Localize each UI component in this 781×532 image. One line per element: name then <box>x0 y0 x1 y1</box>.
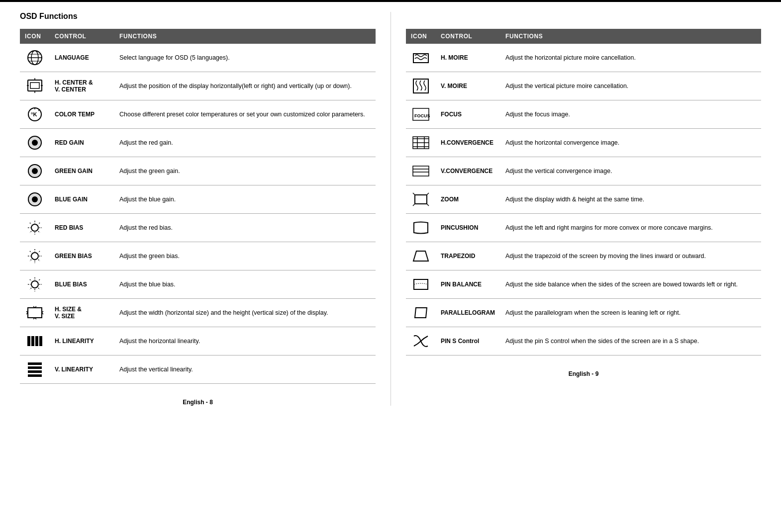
function-cell-pin-balance: Adjust the side balance when the sides o… <box>500 270 761 299</box>
control-cell-green-bias: GREEN BIAS <box>50 242 114 270</box>
icon-cell-pin-balance <box>406 270 436 299</box>
function-cell-red-gain: Adjust the red gain. <box>114 129 376 157</box>
svg-rect-48 <box>28 308 42 318</box>
icon-cell-red-gain <box>20 129 50 157</box>
left-col-control: CONTROL <box>50 29 114 44</box>
svg-line-35 <box>30 251 31 253</box>
icon-cell-green-gain <box>20 157 50 185</box>
left-table: ICON CONTROL FUNCTIONS LANGUAGESelect la… <box>20 29 376 384</box>
svg-marker-83 <box>413 251 428 261</box>
table-row: PINCUSHIONAdjust the left and right marg… <box>406 214 761 242</box>
icon-cell-h-linearity <box>20 327 50 355</box>
control-cell-color-temp: COLOR TEMP <box>50 100 114 129</box>
icon-cell-green-bias <box>20 242 50 270</box>
function-cell-pincushion: Adjust the left and right margins for mo… <box>500 214 761 242</box>
table-row: PIN BALANCEAdjust the side balance when … <box>406 270 761 299</box>
svg-rect-61 <box>28 362 42 365</box>
icon-cell-h-v-center <box>20 72 50 100</box>
icon-cell-h-convergence <box>406 129 436 157</box>
svg-line-44 <box>30 279 31 281</box>
svg-point-21 <box>31 224 38 231</box>
control-cell-red-bias: RED BIAS <box>50 214 114 242</box>
function-cell-v-moire: Adjust the vertical picture moire cancel… <box>500 72 761 100</box>
left-page: OSD Functions ICON CONTROL FUNCTIONS LAN… <box>20 12 390 406</box>
control-cell-parallelogram: PARALLELOGRAM <box>436 299 500 327</box>
table-row: V. MOIREAdjust the vertical picture moir… <box>406 72 761 100</box>
function-cell-h-v-size: Adjust the width (horizontal size) and t… <box>114 299 376 327</box>
svg-rect-6 <box>30 83 39 89</box>
svg-line-81 <box>413 204 415 206</box>
svg-rect-57 <box>27 336 30 346</box>
function-cell-v-convergence: Adjust the vertical convergence image. <box>500 157 761 185</box>
control-cell-language: LANGUAGE <box>50 44 114 72</box>
function-cell-h-moire: Adjust the horizontal picture moire canc… <box>500 44 761 72</box>
svg-line-80 <box>427 193 429 195</box>
table-row: GREEN BIASAdjust the green bias. <box>20 242 376 270</box>
table-row: RED BIASAdjust the red bias. <box>20 214 376 242</box>
right-page: OSD Functions ICON CONTROL FUNCTIONS H. … <box>390 12 761 406</box>
icon-cell-color-temp: °K <box>20 100 50 129</box>
svg-rect-63 <box>28 370 42 373</box>
svg-line-45 <box>38 288 40 289</box>
page-title: OSD Functions <box>20 12 376 21</box>
control-cell-h-v-center: H. CENTER & V. CENTER <box>50 72 114 100</box>
function-cell-trapezoid: Adjust the trapezoid of the screen by mo… <box>500 242 761 270</box>
svg-line-47 <box>30 288 31 289</box>
table-row: PARALLELOGRAMAdjust the parallelogram wh… <box>406 299 761 327</box>
control-cell-v-convergence: V.CONVERGENCE <box>436 157 500 185</box>
control-cell-h-moire: H. MOIRE <box>436 44 500 72</box>
svg-rect-62 <box>28 366 42 369</box>
table-row: TRAPEZOIDAdjust the trapezoid of the scr… <box>406 242 761 270</box>
icon-cell-blue-bias <box>20 270 50 299</box>
right-col-control: CONTROL <box>436 29 500 44</box>
function-cell-h-linearity: Adjust the horizontal linearity. <box>114 327 376 355</box>
function-cell-v-linearity: Adjust the vertical linearity. <box>114 355 376 384</box>
function-cell-pin-s-control: Adjust the pin S control when the sides … <box>500 327 761 355</box>
svg-line-36 <box>38 260 40 261</box>
table-row: LANGUAGESelect language for OSD (5 langu… <box>20 44 376 72</box>
control-cell-green-gain: GREEN GAIN <box>50 157 114 185</box>
right-table: ICON CONTROL FUNCTIONS H. MOIREAdjust th… <box>406 29 761 355</box>
svg-point-20 <box>32 196 38 202</box>
function-cell-focus: Adjust the focus image. <box>500 100 761 129</box>
svg-marker-84 <box>415 308 427 318</box>
svg-line-38 <box>30 260 31 261</box>
function-cell-color-temp: Choose different preset color temperatur… <box>114 100 376 129</box>
svg-point-16 <box>32 140 38 146</box>
control-cell-blue-bias: BLUE BIAS <box>50 270 114 299</box>
icon-cell-red-bias <box>20 214 50 242</box>
left-col-functions: FUNCTIONS <box>114 29 376 44</box>
function-cell-red-bias: Adjust the red bias. <box>114 214 376 242</box>
svg-point-39 <box>31 281 38 288</box>
control-cell-pincushion: PINCUSHION <box>436 214 500 242</box>
function-cell-h-v-center: Adjust the position of the display horiz… <box>114 72 376 100</box>
control-cell-h-convergence: H.CONVERGENCE <box>436 129 500 157</box>
icon-cell-trapezoid <box>406 242 436 270</box>
svg-line-37 <box>38 251 40 253</box>
svg-line-29 <box>30 231 31 233</box>
svg-point-30 <box>31 253 38 260</box>
svg-rect-58 <box>31 336 34 346</box>
control-cell-h-v-size: H. SIZE & V. SIZE <box>50 299 114 327</box>
svg-line-46 <box>38 279 40 281</box>
table-row: H. CENTER & V. CENTERAdjust the position… <box>20 72 376 100</box>
left-col-icon: ICON <box>20 29 50 44</box>
icon-cell-parallelogram <box>406 299 436 327</box>
table-row: BLUE BIASAdjust the blue bias. <box>20 270 376 299</box>
right-col-functions: FUNCTIONS <box>500 29 761 44</box>
icon-cell-v-linearity <box>20 355 50 384</box>
svg-line-26 <box>30 223 31 224</box>
table-row: V.CONVERGENCEAdjust the vertical converg… <box>406 157 761 185</box>
table-row: H. MOIREAdjust the horizontal picture mo… <box>406 44 761 72</box>
function-cell-green-gain: Adjust the green gain. <box>114 157 376 185</box>
svg-rect-75 <box>413 166 429 176</box>
svg-line-79 <box>413 193 415 195</box>
function-cell-h-convergence: Adjust the horizontal convergence image. <box>500 129 761 157</box>
icon-cell-language <box>20 44 50 72</box>
control-cell-pin-balance: PIN BALANCE <box>436 270 500 299</box>
left-footer: English - 8 <box>20 399 376 406</box>
function-cell-green-bias: Adjust the green bias. <box>114 242 376 270</box>
icon-cell-v-convergence <box>406 157 436 185</box>
svg-line-28 <box>38 223 40 224</box>
table-row: H. SIZE & V. SIZEAdjust the width (horiz… <box>20 299 376 327</box>
